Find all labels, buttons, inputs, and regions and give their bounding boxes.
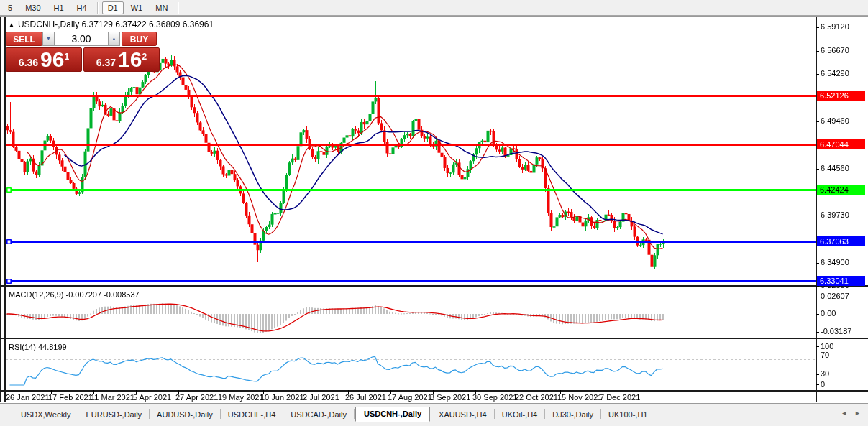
tab-separator	[600, 409, 601, 419]
volume-decrease-button[interactable]: ▼	[42, 32, 55, 46]
tab-usdcad-daily[interactable]: USDCAD-,Daily	[284, 408, 353, 422]
tab-usdcnh-daily[interactable]: USDCNH-,Daily	[355, 407, 430, 422]
one-click-trading-panel: SELL ▼ ▲ BUY 6.36 96 1 6.37 16 2	[6, 32, 160, 72]
volume-input[interactable]	[55, 32, 108, 46]
tab-separator	[354, 409, 355, 419]
sell-price-big: 96	[40, 49, 64, 70]
tab-separator	[283, 409, 283, 419]
buy-price-small: 6.37	[96, 55, 116, 70]
tab-scroll-left-icon[interactable]: ◄	[841, 409, 847, 417]
tab-separator	[494, 409, 495, 419]
buy-button[interactable]: BUY	[122, 32, 157, 46]
trade-panel-top-row: SELL ▼ ▲ BUY	[6, 32, 160, 46]
mt4-window: 5M30H1H4D1W1MN ▲USDCNH-,Daily 6.37129 6.…	[0, 0, 868, 426]
buy-price-sup: 2	[142, 53, 147, 60]
tab-scroll-buttons: ◄ ►	[841, 409, 861, 417]
sell-button[interactable]: SELL	[6, 32, 42, 46]
chart-tabs: USDX,WeeklyEURUSD-,DailyAUDUSD-,DailyUSD…	[14, 407, 654, 422]
sell-price-sup: 1	[64, 53, 69, 60]
tab-separator	[544, 409, 545, 419]
tab-xauusd-h4[interactable]: XAUUSD-,H4	[432, 408, 493, 422]
tab-dj30-daily[interactable]: DJ30-,Daily	[546, 408, 600, 422]
buy-price-button[interactable]: 6.37 16 2	[83, 47, 160, 72]
sell-price-small: 6.36	[19, 55, 38, 70]
trade-panel-price-row: 6.36 96 1 6.37 16 2	[6, 47, 160, 72]
tab-eurusd-daily[interactable]: EURUSD-,Daily	[79, 408, 148, 422]
tab-separator	[431, 409, 431, 419]
tab-uk100-h1[interactable]: UK100-,H1	[602, 408, 654, 422]
tab-ukoil-h4[interactable]: UKOil-,H4	[495, 408, 544, 422]
chart-tab-bar: USDX,WeeklyEURUSD-,DailyAUDUSD-,DailyUSD…	[0, 403, 868, 426]
tab-usdx-weekly[interactable]: USDX,Weekly	[14, 408, 77, 422]
tab-usdchf-h4[interactable]: USDCHF-,H4	[221, 408, 283, 422]
tab-separator	[78, 409, 78, 419]
tab-audusd-daily[interactable]: AUDUSD-,Daily	[150, 408, 219, 422]
tab-scroll-right-icon[interactable]: ►	[854, 409, 861, 417]
tab-separator	[149, 409, 150, 419]
buy-price-big: 16	[118, 49, 142, 70]
volume-increase-button[interactable]: ▲	[108, 32, 120, 46]
sell-price-button[interactable]: 6.36 96 1	[6, 47, 82, 72]
tab-separator	[220, 409, 221, 419]
